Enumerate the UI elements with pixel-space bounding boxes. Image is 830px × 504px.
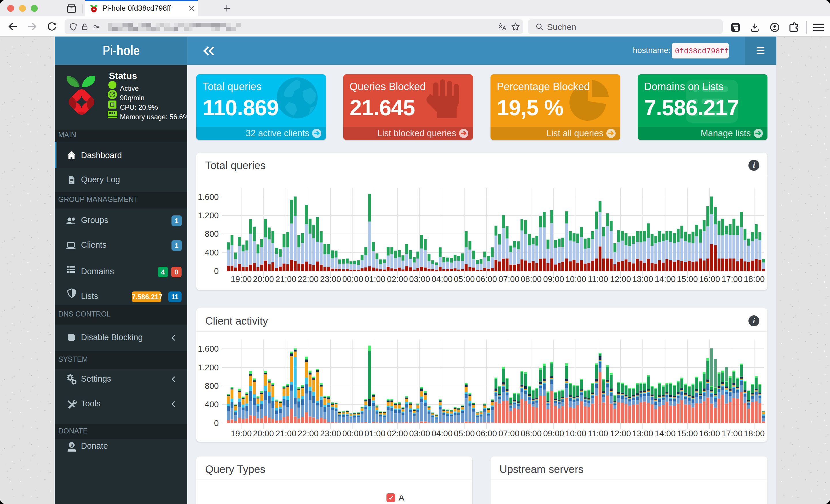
svg-text:10:00: 10:00 bbox=[566, 274, 586, 284]
svg-text:800: 800 bbox=[205, 381, 219, 391]
svg-text:18:00: 18:00 bbox=[744, 274, 765, 284]
svg-text:17:00: 17:00 bbox=[722, 429, 743, 438]
svg-text:02:00: 02:00 bbox=[387, 429, 408, 438]
svg-text:03:00: 03:00 bbox=[409, 274, 430, 284]
svg-text:400: 400 bbox=[205, 248, 219, 257]
svg-text:16:00: 16:00 bbox=[699, 274, 720, 284]
svg-text:03:00: 03:00 bbox=[409, 429, 430, 438]
svg-text:1.200: 1.200 bbox=[198, 363, 219, 372]
svg-text:0: 0 bbox=[214, 266, 219, 276]
svg-text:04:00: 04:00 bbox=[432, 429, 453, 438]
svg-text:18:00: 18:00 bbox=[744, 429, 765, 438]
svg-text:19:00: 19:00 bbox=[231, 274, 252, 284]
svg-text:1.600: 1.600 bbox=[198, 192, 219, 202]
svg-text:22:00: 22:00 bbox=[298, 274, 319, 284]
svg-text:01:00: 01:00 bbox=[364, 274, 386, 284]
svg-text:11:00: 11:00 bbox=[588, 429, 608, 438]
svg-text:11:00: 11:00 bbox=[588, 274, 608, 284]
svg-text:07:00: 07:00 bbox=[499, 429, 520, 438]
svg-text:06:00: 06:00 bbox=[476, 429, 497, 438]
svg-text:13:00: 13:00 bbox=[632, 274, 653, 284]
svg-text:1.200: 1.200 bbox=[198, 211, 219, 220]
svg-text:0: 0 bbox=[214, 418, 219, 428]
svg-text:400: 400 bbox=[205, 400, 219, 409]
svg-text:14:00: 14:00 bbox=[655, 274, 676, 284]
svg-text:14:00: 14:00 bbox=[655, 429, 676, 438]
svg-text:09:00: 09:00 bbox=[543, 429, 564, 438]
svg-text:10:00: 10:00 bbox=[566, 429, 586, 438]
svg-text:05:00: 05:00 bbox=[454, 274, 475, 284]
svg-text:22:00: 22:00 bbox=[298, 429, 319, 438]
svg-text:02:00: 02:00 bbox=[387, 274, 408, 284]
svg-text:00:00: 00:00 bbox=[342, 429, 363, 438]
svg-text:21:00: 21:00 bbox=[276, 429, 296, 438]
svg-text:04:00: 04:00 bbox=[432, 274, 453, 284]
svg-text:800: 800 bbox=[205, 229, 219, 238]
svg-text:21:00: 21:00 bbox=[276, 274, 296, 284]
svg-text:$: $ bbox=[71, 443, 73, 447]
svg-text:12:00: 12:00 bbox=[610, 429, 631, 438]
svg-text:09:00: 09:00 bbox=[543, 274, 564, 284]
svg-text:07:00: 07:00 bbox=[499, 274, 520, 284]
svg-text:16:00: 16:00 bbox=[699, 429, 720, 438]
svg-text:15:00: 15:00 bbox=[677, 429, 698, 438]
svg-text:17:00: 17:00 bbox=[722, 274, 743, 284]
svg-text:15:00: 15:00 bbox=[677, 274, 698, 284]
svg-text:08:00: 08:00 bbox=[521, 429, 542, 438]
svg-text:23:00: 23:00 bbox=[320, 274, 341, 284]
svg-text:06:00: 06:00 bbox=[476, 274, 497, 284]
svg-text:05:00: 05:00 bbox=[454, 429, 475, 438]
svg-text:20:00: 20:00 bbox=[253, 429, 274, 438]
svg-text:23:00: 23:00 bbox=[320, 429, 341, 438]
svg-text:1.600: 1.600 bbox=[198, 344, 219, 354]
svg-text:00:00: 00:00 bbox=[342, 274, 363, 284]
svg-text:01:00: 01:00 bbox=[364, 429, 386, 438]
svg-text:19:00: 19:00 bbox=[231, 429, 252, 438]
svg-text:08:00: 08:00 bbox=[521, 274, 542, 284]
svg-text:13:00: 13:00 bbox=[632, 429, 653, 438]
svg-text:20:00: 20:00 bbox=[253, 274, 274, 284]
svg-text:12:00: 12:00 bbox=[610, 274, 631, 284]
